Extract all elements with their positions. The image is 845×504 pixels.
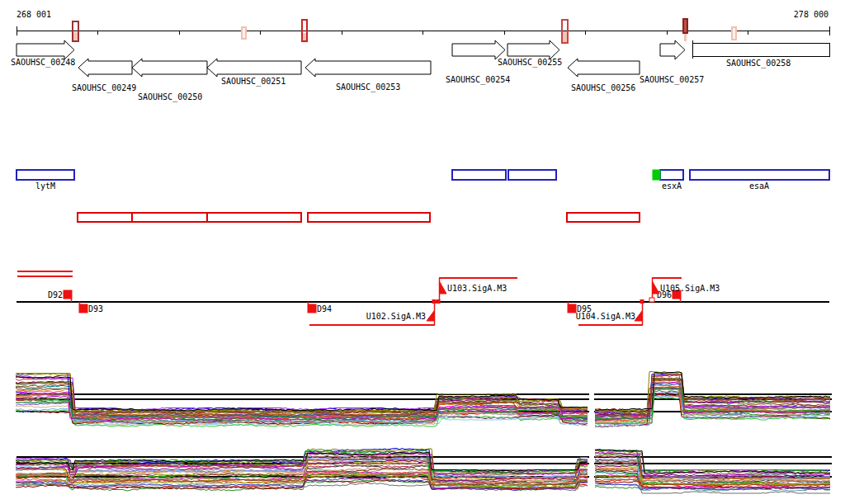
feature-label-lytM: lytM [35, 181, 55, 191]
gene-arrow-SAOUHSC_00257[interactable] [660, 40, 685, 59]
promoter-flag-U103.SigA.M3[interactable] [440, 282, 446, 294]
gene-label: SAOUHSC_00257 [640, 75, 704, 85]
gene-label: SAOUHSC_00254 [446, 75, 510, 85]
promoter-flag-U102.SigA.M3-label: U102.SigA.M3 [366, 312, 426, 321]
red-segment[interactable] [78, 213, 132, 222]
promoter-flag-U104.SigA.M3-label: U104.SigA.M3 [576, 312, 635, 321]
gene-arrow-SAOUHSC_00256[interactable] [568, 59, 640, 77]
gene-label: SAOUHSC_00251 [221, 77, 286, 87]
feature-box-esxA[interactable] [660, 170, 683, 180]
ruler-marker-pale [563, 31, 567, 42]
promoter-flag-U105.SigA.M3-label: U105.SigA.M3 [660, 284, 720, 293]
genome-browser-view: 268 001 278 000 SAOUHSC_00248SAOUHSC_002… [0, 0, 845, 504]
gene-arrow-SAOUHSC_00248[interactable] [17, 40, 74, 59]
marker-D93-label: D93 [88, 304, 103, 313]
gene-arrow-SAOUHSC_00255[interactable] [507, 40, 559, 59]
red-segment[interactable] [132, 213, 207, 222]
gene-arrow-SAOUHSC_00249[interactable] [78, 59, 132, 77]
gene-track: SAOUHSC_00248SAOUHSC_00249SAOUHSC_00250S… [11, 40, 829, 102]
feature-box[interactable] [452, 170, 506, 180]
gene-label: SAOUHSC_00255 [498, 58, 562, 68]
green-feature-marker[interactable] [653, 170, 660, 180]
promoter-flag-U105.SigA.M3-base [649, 298, 654, 302]
ruler-marker[interactable] [242, 27, 246, 39]
ruler-marker-pale [73, 32, 78, 41]
gene-label: SAOUHSC_00258 [726, 59, 791, 68]
red-segment[interactable] [308, 213, 430, 222]
expression-profile-track-1 [16, 372, 832, 428]
promoter-flag-U105.SigA.M3[interactable] [653, 282, 659, 294]
promoter-flag-U104.SigA.M3-base [640, 300, 644, 304]
expression-profile-track-2 [16, 449, 832, 494]
marker-D93[interactable] [79, 304, 87, 313]
marker-D92-label: D92 [48, 290, 63, 299]
ruler-marker-pale [303, 33, 306, 40]
gene-label: SAOUHSC_00248 [11, 58, 75, 68]
gene-arrow-SAOUHSC_00254[interactable] [452, 40, 505, 59]
gene-label: SAOUHSC_00253 [336, 82, 400, 92]
promoter-flag-U103.SigA.M3-label: U103.SigA.M3 [447, 284, 507, 293]
marker-D92[interactable] [64, 290, 72, 299]
feature-box-lytM[interactable] [17, 170, 74, 180]
feature-label-esxA: esxA [662, 181, 682, 191]
segment-track [78, 213, 640, 222]
genome-browser-svg: 268 001 278 000 SAOUHSC_00248SAOUHSC_002… [0, 0, 845, 504]
ruler-marker[interactable] [683, 19, 687, 33]
signal-flag-track: D92D93D94D95D96U102.SigA.M3U103.SigA.M3U… [17, 271, 829, 325]
gene-label: SAOUHSC_00250 [138, 92, 202, 102]
marker-D94-label: D94 [317, 304, 332, 313]
feature-box-esaA[interactable] [690, 170, 829, 180]
feature-label-esaA: esaA [749, 181, 769, 191]
promoter-flag-U102.SigA.M3-base [432, 300, 436, 304]
marker-D95[interactable] [568, 304, 576, 313]
feature-box[interactable] [508, 170, 556, 180]
annotation-track: lytMesxAesaA [17, 170, 829, 191]
red-segment[interactable] [207, 213, 301, 222]
red-segment[interactable] [567, 213, 640, 222]
gene-arrow-SAOUHSC_00251[interactable] [207, 59, 301, 77]
ruler-marker-pale [684, 33, 687, 41]
marker-D94[interactable] [308, 304, 316, 313]
promoter-flag-U104.SigA.M3[interactable] [635, 311, 642, 321]
gene-label: SAOUHSC_00256 [571, 83, 635, 93]
ruler-end-label: 278 000 [794, 10, 828, 19]
promoter-flag-U102.SigA.M3[interactable] [427, 311, 434, 321]
ruler-start-label: 268 001 [17, 10, 51, 19]
gene-label: SAOUHSC_00249 [72, 83, 136, 93]
ruler: 268 001 278 000 [17, 10, 829, 43]
gene-arrow-SAOUHSC_00253[interactable] [305, 59, 431, 77]
gene-arrow-SAOUHSC_00250[interactable] [132, 59, 207, 77]
promoter-flag-U103.SigA.M3-base [437, 300, 440, 304]
gene-arrow-SAOUHSC_00258[interactable] [692, 43, 829, 56]
ruler-marker[interactable] [732, 27, 736, 40]
